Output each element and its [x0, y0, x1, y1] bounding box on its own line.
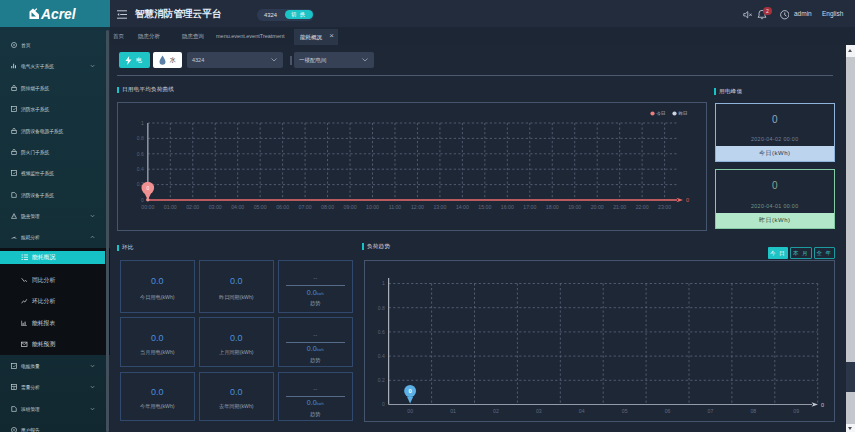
svg-text:19:00: 19:00 — [568, 204, 581, 210]
svg-text:0: 0 — [821, 401, 824, 407]
svg-text:17:00: 17:00 — [523, 204, 536, 210]
svg-text:0: 0 — [141, 197, 144, 203]
svg-text:0: 0 — [146, 186, 149, 191]
svg-text:0.8: 0.8 — [378, 304, 385, 310]
svg-text:0.2: 0.2 — [378, 377, 385, 383]
svg-text:00:00: 00:00 — [141, 204, 154, 210]
svg-text:07: 07 — [708, 408, 714, 414]
svg-text:23:00: 23:00 — [658, 204, 671, 210]
svg-text:11:00: 11:00 — [389, 204, 402, 210]
svg-text:0: 0 — [382, 401, 385, 407]
svg-text:06:00: 06:00 — [276, 204, 289, 210]
svg-text:00: 00 — [407, 408, 413, 414]
svg-text:13:00: 13:00 — [433, 204, 446, 210]
svg-text:22:00: 22:00 — [636, 204, 649, 210]
svg-text:04: 04 — [579, 408, 585, 414]
svg-text:Acrel: Acrel — [40, 7, 77, 22]
svg-text:21:00: 21:00 — [613, 204, 626, 210]
svg-text:0: 0 — [686, 197, 689, 203]
svg-text:09: 09 — [793, 408, 799, 414]
svg-text:07:00: 07:00 — [299, 204, 312, 210]
svg-text:12:00: 12:00 — [411, 204, 424, 210]
svg-text:0.8: 0.8 — [137, 135, 144, 141]
svg-text:0.4: 0.4 — [137, 166, 144, 172]
svg-text:01:00: 01:00 — [164, 204, 177, 210]
svg-text:08: 08 — [750, 408, 756, 414]
svg-text:01: 01 — [450, 408, 456, 414]
svg-text:1: 1 — [382, 280, 385, 286]
svg-text:1: 1 — [141, 120, 144, 126]
svg-text:02:00: 02:00 — [186, 204, 199, 210]
svg-text:10:00: 10:00 — [366, 204, 379, 210]
svg-text:05: 05 — [622, 408, 628, 414]
svg-text:16:00: 16:00 — [501, 204, 514, 210]
svg-text:06: 06 — [665, 408, 671, 414]
svg-text:09:00: 09:00 — [344, 204, 357, 210]
svg-text:02: 02 — [493, 408, 499, 414]
svg-text:04:00: 04:00 — [231, 204, 244, 210]
svg-text:昨日: 昨日 — [679, 111, 688, 116]
svg-text:0.6: 0.6 — [137, 151, 144, 157]
svg-text:14:00: 14:00 — [456, 204, 469, 210]
svg-text:15:00: 15:00 — [478, 204, 491, 210]
svg-text:0.6: 0.6 — [378, 328, 385, 334]
svg-text:18:00: 18:00 — [546, 204, 559, 210]
svg-text:今日: 今日 — [657, 111, 666, 116]
svg-text:0.4: 0.4 — [378, 352, 385, 358]
svg-text:03: 03 — [536, 408, 542, 414]
svg-text:05:00: 05:00 — [254, 204, 267, 210]
svg-text:03:00: 03:00 — [209, 204, 222, 210]
svg-text:20:00: 20:00 — [591, 204, 604, 210]
svg-text:08:00: 08:00 — [321, 204, 334, 210]
